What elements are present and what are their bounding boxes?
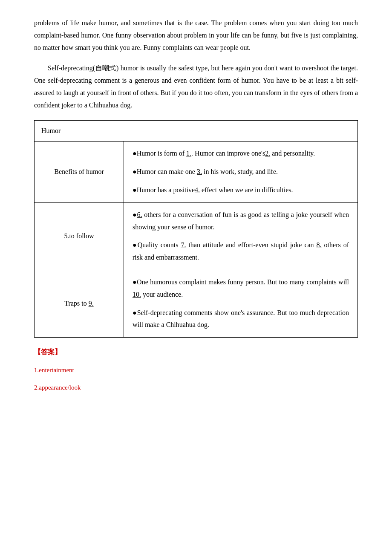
summary-table: Humor Benefits of humor ●Humor is form o… (34, 120, 358, 338)
answer-section: 【答案】 1.entertainment 2.appearance/look (34, 346, 358, 393)
blank-8: 8. (317, 241, 322, 249)
traps-content: ●One humorous complaint makes funny pers… (124, 270, 358, 337)
blank-9-label: 9. (89, 300, 94, 307)
table-row-traps: Traps to 9. ●One humorous complaint make… (35, 270, 358, 337)
table-title: Humor (35, 120, 358, 142)
follow-content: ●6. others for a conversation of fun is … (124, 202, 358, 270)
follow-bullet-1: ●6. others for a conversation of fun is … (133, 209, 349, 234)
table-row-benefits: Benefits of humor ●Humor is form of 1.. … (35, 142, 358, 202)
traps-bullet-1: ●One humorous complaint makes funny pers… (133, 276, 349, 301)
table-header-row: Humor (35, 120, 358, 142)
blank-1: 1. (186, 150, 191, 157)
benefit-bullet-3: ●Humor has a positive4. effect when we a… (133, 184, 349, 197)
follow-label: 5.to follow (35, 202, 124, 270)
follow-bullet-2: ●Quality counts 7. than attitude and eff… (133, 239, 349, 264)
blank-2: 2. (265, 150, 270, 157)
paragraph-2: Self-deprecating(自嘲式) humor is usually t… (34, 62, 358, 111)
benefits-label: Benefits of humor (35, 142, 124, 202)
answer-title: 【答案】 (34, 346, 358, 358)
traps-bullet-2: ●Self-deprecating comments show one's as… (133, 307, 349, 332)
paragraph-1: problems of life make humor, and sometim… (34, 17, 358, 54)
blank-10: 10. (133, 291, 141, 298)
answer-item-1: 1.entertainment (34, 364, 358, 376)
benefit-bullet-1: ●Humor is form of 1.. Humor can improve … (133, 147, 349, 160)
benefit-bullet-2: ●Humor can make one 3. in his work, stud… (133, 166, 349, 178)
blank-7: 7. (181, 241, 186, 249)
blank-6: 6. (137, 211, 142, 218)
table-row-follow: 5.to follow ●6. others for a conversatio… (35, 202, 358, 270)
blank-4: 4. (195, 186, 200, 194)
blank-3: 3. (197, 168, 202, 175)
traps-label: Traps to 9. (35, 270, 124, 337)
blank-5-label: 5. (64, 232, 69, 240)
answer-item-2: 2.appearance/look (34, 382, 358, 393)
benefits-content: ●Humor is form of 1.. Humor can improve … (124, 142, 358, 202)
